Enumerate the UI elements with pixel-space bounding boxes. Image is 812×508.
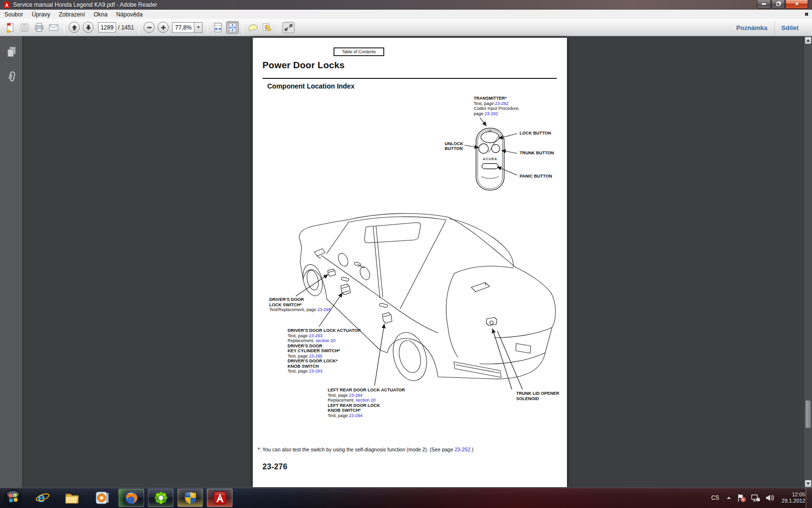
previous-page-button[interactable] xyxy=(69,22,80,33)
zoom-level-value[interactable]: 77,8% xyxy=(172,22,194,33)
title-rule xyxy=(262,78,557,79)
action-center-flag-icon[interactable] xyxy=(737,493,746,502)
page-ref-link[interactable]: 23-282 xyxy=(495,101,508,106)
text-line: Codes Input Procedure, xyxy=(474,106,520,111)
page-number-input[interactable] xyxy=(98,22,116,32)
scrolling-mode-button[interactable] xyxy=(212,21,224,34)
next-page-button[interactable] xyxy=(83,22,94,33)
email-button[interactable] xyxy=(47,21,60,34)
text-line: page 23-292 xyxy=(474,111,520,117)
comment-button[interactable] xyxy=(247,21,260,34)
toolbar-separator xyxy=(278,22,278,33)
taskbar-windows-explorer-icon[interactable] xyxy=(61,489,83,507)
window-titlebar: Service manual Honda Legend KA9.pdf - Ad… xyxy=(0,0,812,10)
open-button[interactable] xyxy=(4,21,16,34)
text-line: LOCK SWITCH* xyxy=(269,302,331,308)
pdf-page: Table of Contents Power Door Locks Compo… xyxy=(253,38,567,487)
print-button[interactable] xyxy=(33,21,45,34)
close-button[interactable]: ✕ xyxy=(785,0,808,9)
zoom-dropdown-button[interactable]: ▼ xyxy=(194,22,203,33)
taskbar-adobe-reader-button[interactable] xyxy=(207,489,232,507)
text-segment: Test, page xyxy=(288,333,309,338)
taskbar-internet-explorer-icon[interactable]: e xyxy=(32,489,53,507)
page-ref-link[interactable]: 23-292 xyxy=(485,111,498,116)
clock[interactable]: 12:05 29.1.2012 xyxy=(782,492,805,504)
svg-text:e: e xyxy=(38,491,45,505)
text-line: Replacement, section 20 xyxy=(288,338,361,344)
text-line: KNOB SWITCH xyxy=(288,364,361,369)
page-ref-link[interactable]: 23-294 xyxy=(349,393,362,398)
menu-soubor[interactable]: Soubor xyxy=(0,10,28,19)
clock-time: 12:05 xyxy=(782,492,805,498)
taskbar-security-shield-button[interactable] xyxy=(177,489,203,507)
page-ref-link[interactable]: 23-295 xyxy=(318,307,331,312)
save-button[interactable] xyxy=(18,21,31,34)
language-indicator[interactable]: CS xyxy=(711,494,719,501)
transmitter-callout: TRANSMITTER*Test, page 23-282Codes Input… xyxy=(474,96,520,116)
menu-zobrazeni[interactable]: Zobrazení xyxy=(55,10,89,19)
start-button[interactable] xyxy=(4,489,22,507)
text-line: Test, page 23-293 xyxy=(288,369,361,374)
minimize-button[interactable] xyxy=(757,0,771,9)
page-ref-link[interactable]: section 20 xyxy=(316,338,335,343)
page-ref-link[interactable]: 23-293 xyxy=(309,369,322,374)
text-line: LEFT REAR DOOR LOCK ACTUATOR xyxy=(328,388,405,393)
text-segment: DRIVER'S DOOR LOCK* xyxy=(288,359,337,363)
zoom-out-button[interactable] xyxy=(144,22,155,33)
desktop-screen: Service manual Honda Legend KA9.pdf - Ad… xyxy=(0,0,812,508)
text-segment: Replacement, xyxy=(328,398,356,403)
unlock-button-label: UNLOCK BUTTON xyxy=(445,141,464,151)
taskbar-icq-button[interactable] xyxy=(148,489,174,507)
text-segment: TRUNK LID OPENER xyxy=(516,391,559,396)
menubar-close-icon[interactable]: ✖ xyxy=(805,12,809,17)
text-line: DRIVER'S DOOR xyxy=(269,297,331,302)
text-line: Test, page 23-295 xyxy=(288,354,361,359)
menu-okna[interactable]: Okna xyxy=(89,10,112,19)
scroll-down-icon xyxy=(806,482,810,485)
network-icon[interactable] xyxy=(751,494,760,502)
toolbar-separator xyxy=(207,22,208,33)
attachments-paperclip-icon[interactable] xyxy=(0,67,23,87)
taskbar-media-player-icon[interactable] xyxy=(92,489,113,507)
volume-icon[interactable] xyxy=(766,494,774,502)
menu-napoveda[interactable]: Nápověda xyxy=(112,10,147,19)
page-thumbnails-icon[interactable] xyxy=(0,42,23,61)
page-ref-link[interactable]: 23-252. xyxy=(454,447,472,452)
menu-upravy[interactable]: Úpravy xyxy=(28,10,55,19)
toolbar-separator xyxy=(139,22,139,33)
highlight-text-button[interactable]: T xyxy=(261,21,274,34)
window-title: Service manual Honda Legend KA9.pdf - Ad… xyxy=(13,1,157,8)
trunk-lid-opener-solenoid-callout: TRUNK LID OPENERSOLENOID xyxy=(516,391,559,401)
text-segment: page xyxy=(474,111,485,116)
text-segment: Test, page xyxy=(288,354,309,359)
share-panel-button[interactable]: Sdílet xyxy=(775,24,805,31)
page-ref-link[interactable]: 23-294 xyxy=(349,413,362,418)
driver-door-lock-switch-callout: DRIVER'S DOORLOCK SWITCH*Test/Replacemen… xyxy=(269,297,331,313)
toolbar: / 1451 77,8% ▼ T Poznámka xyxy=(0,19,812,36)
lock-button-label: LOCK BUTTON xyxy=(520,131,551,135)
restore-button[interactable] xyxy=(771,0,785,9)
scroll-down-button[interactable] xyxy=(805,480,812,487)
table-of-contents-button[interactable]: Table of Contents xyxy=(334,47,384,56)
scrollbar-thumb[interactable] xyxy=(805,400,811,428)
page-ref-link[interactable]: 23-293 xyxy=(309,333,322,338)
clock-date: 29.1.2012 xyxy=(782,498,805,504)
text-line: Test, page 23-293 xyxy=(288,333,361,339)
zoom-in-button[interactable] xyxy=(158,22,169,33)
text-segment: KNOB SWITCH xyxy=(288,364,319,369)
vertical-scrollbar[interactable] xyxy=(804,36,812,488)
fullscreen-button[interactable] xyxy=(282,21,295,34)
text-segment: KNOB SWITCH* xyxy=(328,408,361,413)
text-segment: LEFT REAR DOOR LOCK xyxy=(328,403,380,408)
hidden-icons-chevron[interactable] xyxy=(726,495,732,500)
page-ref-link[interactable]: section 20 xyxy=(356,398,376,403)
show-desktop-button[interactable] xyxy=(806,488,812,508)
scroll-up-button[interactable] xyxy=(805,37,812,44)
taskbar-firefox-button[interactable] xyxy=(118,489,144,507)
comment-panel-button[interactable]: Poznámka xyxy=(729,24,774,31)
unlock-label-line1: UNLOCK xyxy=(445,141,464,146)
page-ref-link[interactable]: 23-295 xyxy=(309,354,322,359)
text-segment: Test/Replacement, page xyxy=(269,307,318,312)
navigation-sidebar xyxy=(0,36,23,488)
fit-one-page-button[interactable] xyxy=(226,21,239,34)
